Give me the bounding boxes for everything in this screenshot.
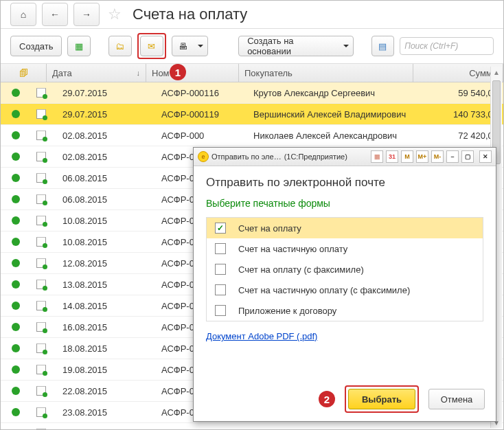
table-row[interactable]: 02.08.2015АСФР-000Николаев Алексей Алекс… [1, 125, 503, 146]
grid-header: 🗐 Дата↓ Ном Покупатель Сумма [1, 64, 503, 82]
status-dot-icon [12, 323, 20, 331]
cancel-button[interactable]: Отмена [428, 389, 485, 409]
print-form-item[interactable]: Счет на частичную оплату [207, 238, 483, 259]
cell-date: 06.08.2015 [57, 173, 156, 183]
tool-mminus-icon[interactable]: M- [431, 150, 444, 163]
document-icon [36, 343, 46, 353]
table-row[interactable]: 29.07.2015АСФР-000119Вершинский Алексей … [1, 104, 503, 125]
modal-subheading: Выберите печатные формы [194, 192, 496, 214]
status-dot-icon [12, 89, 20, 97]
col-number[interactable]: Ном [146, 64, 239, 82]
status-dot-icon [12, 344, 20, 352]
document-icon [36, 173, 46, 183]
status-dot-icon [12, 259, 20, 267]
document-icon [36, 301, 46, 310]
col-status[interactable]: 🗐 [1, 64, 47, 82]
search-input[interactable]: Поиск (Ctrl+F) [400, 37, 494, 55]
create-on-basis-button[interactable]: Создать на основании [238, 36, 354, 56]
forward-button[interactable]: → [73, 3, 100, 26]
modal-titlebar[interactable]: e Отправить по эле… (1С:Предприятие) ▦ 3… [194, 148, 496, 166]
print-form-item[interactable]: ✓Счет на оплату [207, 218, 483, 238]
cell-date: 13.08.2015 [57, 280, 156, 290]
status-dot-icon [12, 280, 20, 288]
cell-date: 14.08.2015 [57, 301, 156, 311]
cell-date: 29.07.2015 [57, 88, 156, 98]
tool-calc-icon[interactable]: ▦ [371, 150, 383, 163]
print-form-item[interactable]: Счет на оплату (с факсимиле) [207, 259, 483, 280]
create-button[interactable]: Создать [10, 36, 62, 56]
status-dot-icon [12, 365, 20, 374]
cell-buyer: Николаев Алексей Александрович [248, 131, 414, 141]
app-icon: e [198, 151, 209, 162]
report-button[interactable]: ▤ [371, 36, 395, 56]
folder-button[interactable]: 🗂 [108, 36, 132, 56]
scroll-up-icon[interactable]: ▲ [491, 67, 502, 78]
minimize-icon[interactable]: – [446, 150, 459, 163]
cell-date: 23.08.2015 [57, 407, 156, 418]
report-icon: ▤ [378, 41, 387, 52]
print-form-label: Приложение к договору [238, 306, 336, 316]
cell-date: 02.08.2015 [57, 131, 156, 141]
status-dot-icon [12, 216, 20, 225]
checkbox[interactable] [215, 243, 226, 254]
toolbar: Создать ▦ 🗂 ✉ 🖶 Создать на основании ▤ П… [1, 29, 503, 63]
select-button[interactable]: Выбрать [348, 389, 415, 409]
home-button[interactable]: ⌂ [10, 3, 36, 26]
document-icon [36, 109, 46, 119]
checkbox[interactable] [215, 284, 226, 295]
star-icon[interactable]: ☆ [105, 5, 124, 24]
status-dot-icon [12, 110, 20, 118]
print-button[interactable]: 🖶 [172, 36, 209, 56]
add-item-button[interactable]: ▦ [67, 36, 91, 56]
sort-arrow-icon: ↓ [137, 69, 141, 77]
print-forms-list: ✓Счет на оплатуСчет на частичную оплатуС… [206, 217, 483, 321]
cell-number: АСФР-000116 [156, 88, 248, 98]
back-button[interactable]: ← [42, 3, 68, 26]
status-dot-icon [12, 302, 20, 310]
highlight-email: ✉ [137, 33, 166, 59]
folder-icon: 🗂 [115, 41, 124, 52]
plus-icon: ▦ [75, 41, 83, 52]
badge-2: 2 [319, 391, 335, 407]
cell-buyer: Вершинский Алексей Владимирович [248, 109, 414, 120]
col-buyer[interactable]: Покупатель [239, 64, 413, 82]
document-icon [36, 194, 46, 204]
print-form-label: Счет на частичную оплату [238, 244, 347, 254]
print-form-item[interactable]: Приложение к договору [207, 300, 483, 321]
format-link[interactable]: Документ Adobe PDF (.pdf) [194, 330, 496, 343]
close-icon[interactable]: ✕ [479, 150, 492, 163]
badge-1: 1 [170, 64, 186, 80]
cell-date: 10.08.2015 [57, 216, 156, 226]
document-icon [36, 131, 46, 140]
table-row[interactable]: 29.07.2015АСФР-000116Крутов Александр Се… [1, 82, 503, 104]
status-dot-icon [12, 238, 20, 246]
table-row[interactable]: 26.08.2015АСФР-000 [1, 423, 503, 430]
col-date[interactable]: Дата↓ [47, 64, 146, 82]
printer-icon: 🖶 [179, 41, 187, 52]
print-form-item[interactable]: Счет на частичную оплату (с факсимиле) [207, 280, 483, 300]
cell-number: АСФР-000119 [156, 109, 248, 120]
modal-send-email: e Отправить по эле… (1С:Предприятие) ▦ 3… [193, 147, 496, 422]
highlight-select: Выбрать [345, 385, 419, 413]
checkbox[interactable] [215, 305, 226, 316]
envelope-icon: ✉ [148, 41, 155, 52]
print-form-label: Счет на оплату (с факсимиле) [238, 264, 364, 275]
cell-buyer: Крутов Александр Сергеевич [248, 88, 414, 98]
status-dot-icon [12, 195, 20, 203]
checkbox[interactable] [215, 264, 226, 275]
cell-date: 16.08.2015 [57, 322, 156, 332]
document-icon [36, 216, 46, 225]
status-dot-icon [12, 174, 20, 182]
tool-calendar-icon[interactable]: 31 [386, 150, 398, 163]
document-icon [36, 258, 46, 268]
tool-mplus-icon[interactable]: M+ [416, 150, 428, 163]
checkbox[interactable]: ✓ [215, 223, 226, 234]
tool-m-icon[interactable]: M [401, 150, 413, 163]
cell-date: 29.07.2015 [57, 109, 156, 120]
status-dot-icon [12, 152, 20, 161]
maximize-icon[interactable]: ▢ [461, 150, 474, 163]
email-button[interactable]: ✉ [140, 36, 163, 56]
print-form-label: Счет на частичную оплату (с факсимиле) [238, 285, 410, 295]
cell-date: 12.08.2015 [57, 258, 156, 269]
document-icon [36, 322, 46, 332]
